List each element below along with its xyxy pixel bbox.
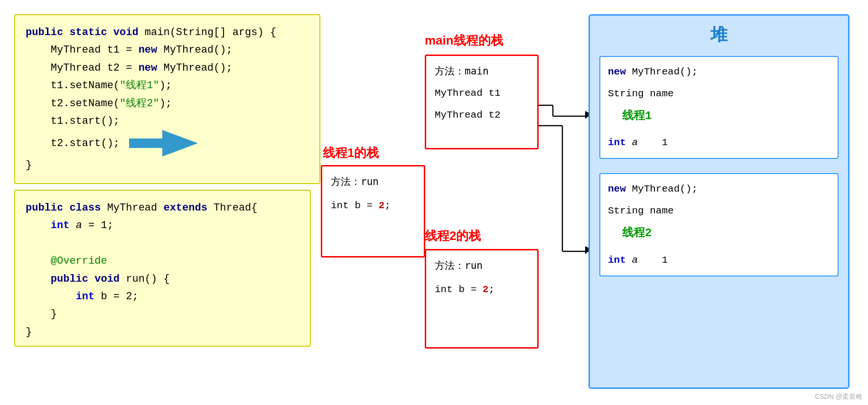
heap-obj1-line3: 线程1 xyxy=(622,105,830,127)
label-main-stack: main线程的栈 xyxy=(425,32,503,49)
code-line-5: t2.setName("线程2"); xyxy=(26,95,309,112)
main-stack-t2: MyThread t2 xyxy=(435,106,529,124)
heap-obj2-line1: new MyThread(); xyxy=(608,180,830,199)
main-stack-method: 方法：main xyxy=(435,63,529,81)
code-line-c3 xyxy=(26,235,299,252)
code-line-8: } xyxy=(26,156,309,174)
thread2-method: 方法：run xyxy=(435,257,529,275)
code-line-4: t1.setName("线程1"); xyxy=(26,77,309,94)
heap-obj1-line4: int a 1 xyxy=(608,133,830,152)
label-heap: 堆 xyxy=(599,23,839,46)
thread1-method: 方法：run xyxy=(331,173,415,191)
code-box-main: public static void main(String[] args) {… xyxy=(14,14,320,184)
code-line-c6: int b = 2; xyxy=(26,288,299,305)
heap-area: 堆 new MyThread(); String name 线程1 int a … xyxy=(588,14,849,389)
svg-marker-8 xyxy=(129,130,198,156)
main-stack-box: 方法：main MyThread t1 MyThread t2 xyxy=(425,55,539,149)
code-line-6: t1.start(); xyxy=(26,112,309,130)
code-line-c8: } xyxy=(26,323,299,341)
label-thread2-stack: 线程2的栈 xyxy=(425,228,481,244)
code-line-c2: int a = 1; xyxy=(26,217,299,234)
thread2-int-b: int b = 2; xyxy=(435,281,529,299)
thread1-int-b: int b = 2; xyxy=(331,197,415,215)
heap-object-2: new MyThread(); String name 线程2 int a 1 xyxy=(599,173,839,276)
heap-obj2-line2: String name xyxy=(608,202,830,221)
watermark: CSDN @柔装雌 xyxy=(815,393,862,401)
thread2-stack-box: 方法：run int b = 2; xyxy=(425,249,539,349)
code-line-c7: } xyxy=(26,305,299,323)
label-thread1-stack: 线程1的栈 xyxy=(323,145,379,161)
heap-obj2-line4: int a 1 xyxy=(608,251,830,270)
code-line-2: MyThread t1 = new MyThread(); xyxy=(26,41,309,59)
code-line-3: MyThread t2 = new MyThread(); xyxy=(26,59,309,77)
heap-obj1-line1: new MyThread(); xyxy=(608,63,830,82)
heap-obj1-line2: String name xyxy=(608,84,830,103)
main-stack-t1: MyThread t1 xyxy=(435,84,529,102)
code-line-c5: public void run() { xyxy=(26,270,299,288)
heap-obj2-line3: 线程2 xyxy=(622,222,830,244)
code-line-c4: @Override xyxy=(26,252,299,270)
code-line-7: t2.start(); xyxy=(26,130,309,156)
blue-arrow-icon xyxy=(129,130,198,156)
code-line-1: public static void main(String[] args) { xyxy=(26,24,309,41)
code-box-mythread: public class MyThread extends Thread{ in… xyxy=(14,190,311,347)
code-line-c1: public class MyThread extends Thread{ xyxy=(26,199,299,217)
thread1-stack-box: 方法：run int b = 2; xyxy=(321,165,425,258)
heap-object-1: new MyThread(); String name 线程1 int a 1 xyxy=(599,56,839,159)
